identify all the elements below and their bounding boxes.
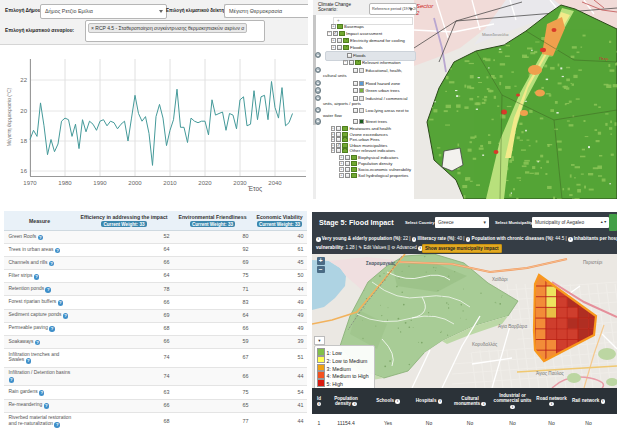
svg-text:1990: 1990: [93, 180, 107, 186]
svg-text:Πετρ.: Πετρ.: [599, 56, 609, 61]
svg-text:Έτος: Έτος: [247, 185, 262, 193]
svg-text:22: 22: [20, 77, 27, 83]
svg-text:Άγιος Παύλος: Άγιος Παύλος: [536, 370, 565, 376]
svg-text:Περιστέρι: Περιστέρι: [583, 259, 602, 265]
svg-text:2030: 2030: [233, 180, 247, 186]
svg-text:1980: 1980: [58, 180, 72, 186]
svg-text:2020: 2020: [198, 180, 212, 186]
svg-text:Αγία Βαρβάρα: Αγία Βαρβάρα: [498, 323, 527, 329]
svg-text:1970: 1970: [23, 180, 37, 186]
svg-text:2010: 2010: [163, 180, 177, 186]
svg-text:16: 16: [20, 168, 27, 174]
svg-text:Κορυδαλλός: Κορυδαλλός: [472, 341, 498, 347]
svg-text:Μέγιστη θερμοκρασία (°C): Μέγιστη θερμοκρασία (°C): [6, 87, 12, 146]
svg-text:18: 18: [20, 138, 27, 144]
svg-text:Χαϊδάρι: Χαϊδάρι: [492, 276, 508, 282]
svg-text:2000: 2000: [128, 180, 142, 186]
svg-text:20: 20: [20, 108, 27, 114]
svg-text:Sector: Sector: [416, 3, 434, 9]
svg-text:Μακεδονούλα: Μακεδονούλα: [482, 32, 509, 37]
svg-text:2040: 2040: [268, 180, 282, 186]
